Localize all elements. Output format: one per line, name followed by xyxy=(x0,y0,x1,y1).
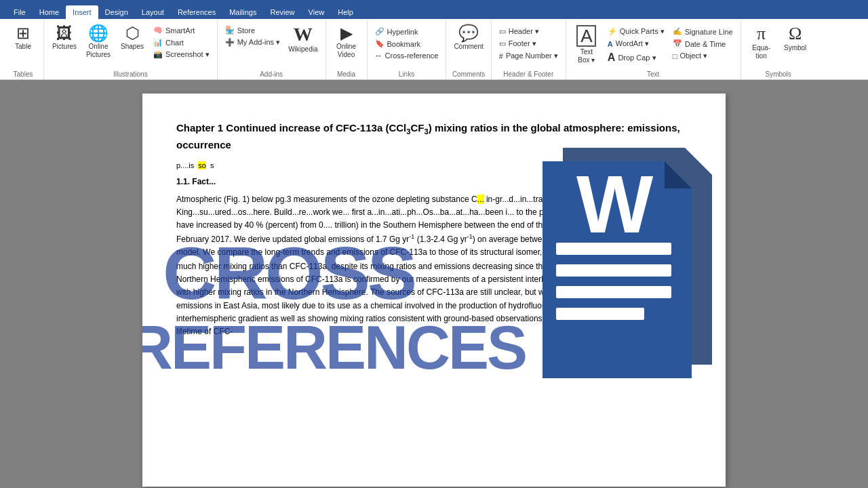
quick-parts-icon: ⚡ xyxy=(608,27,617,36)
chart-icon: 📊 xyxy=(153,38,163,47)
wikipedia-label: Wikipedia xyxy=(288,45,317,54)
chart-button[interactable]: 📊 Chart xyxy=(150,37,213,48)
addins-col: 🏪 Store ➕ My Add-ins ▾ xyxy=(222,23,283,48)
screenshot-icon: 📸 xyxy=(153,50,163,59)
date-time-icon: 📅 xyxy=(673,39,682,48)
quick-parts-label: Quick Parts ▾ xyxy=(620,27,665,36)
wikipedia-button[interactable]: W Wikipedia xyxy=(285,23,321,56)
online-pictures-label: OnlinePictures xyxy=(86,43,111,59)
group-header-footer: ▭ Header ▾ ▭ Footer ▾ # Page Number ▾ He… xyxy=(492,20,566,79)
textbox-icon: A xyxy=(576,25,596,47)
drop-cap-label: Drop Cap ▾ xyxy=(618,54,656,62)
group-media: ▶ OnlineVideo Media xyxy=(326,20,368,79)
store-label: Store xyxy=(237,26,255,35)
footer-button[interactable]: ▭ Footer ▾ xyxy=(496,38,561,49)
section-label: so xyxy=(198,160,206,172)
header-label: Header ▾ xyxy=(509,27,539,36)
my-addins-icon: ➕ xyxy=(225,38,235,47)
comment-label: Comment xyxy=(454,43,483,51)
hyperlink-label: Hyperlink xyxy=(387,28,418,36)
object-button[interactable]: □ Object ▾ xyxy=(669,50,736,62)
my-addins-label: My Add-ins ▾ xyxy=(237,38,280,47)
cross-reference-button[interactable]: ↔ Cross-reference xyxy=(372,50,442,61)
cross-reference-label: Cross-reference xyxy=(385,52,439,60)
smartart-button[interactable]: 🧠 SmartArt xyxy=(150,24,213,36)
tab-mailings[interactable]: Mailings xyxy=(222,5,263,19)
tables-items: ⊞ Table xyxy=(7,23,39,70)
tab-insert[interactable]: Insert xyxy=(66,5,98,19)
textbox-button[interactable]: A TextBox ▾ xyxy=(570,23,603,66)
tab-design[interactable]: Design xyxy=(98,5,135,19)
online-pictures-icon: 🌐 xyxy=(88,25,108,41)
my-addins-button[interactable]: ➕ My Add-ins ▾ xyxy=(222,37,283,48)
drop-cap-button[interactable]: A Drop Cap ▾ xyxy=(604,50,668,65)
bookmark-label: Bookmark xyxy=(387,40,421,48)
shapes-icon: ⬡ xyxy=(125,25,140,41)
section-suffix: s xyxy=(210,160,214,172)
illustrations-col: 🧠 SmartArt 📊 Chart 📸 Screenshot ▾ xyxy=(150,23,213,60)
links-group-label: Links xyxy=(399,70,414,79)
quick-parts-button[interactable]: ⚡ Quick Parts ▾ xyxy=(604,26,668,37)
screenshot-button[interactable]: 📸 Screenshot ▾ xyxy=(150,49,213,60)
online-video-icon: ▶ xyxy=(340,25,353,41)
comment-button[interactable]: 💬 Comment xyxy=(450,23,486,53)
ribbon-content: ⊞ Table Tables 🖼 Pictures 🌐 OnlinePictur… xyxy=(0,19,868,80)
footer-icon: ▭ xyxy=(499,39,506,48)
wordart-button[interactable]: A WordArt ▾ xyxy=(604,38,668,49)
header-icon: ▭ xyxy=(499,27,506,36)
online-video-button[interactable]: ▶ OnlineVideo xyxy=(330,23,363,61)
text-group-label: Text xyxy=(647,70,659,79)
page-number-button[interactable]: # Page Number ▾ xyxy=(496,50,561,62)
tab-home[interactable]: Home xyxy=(33,5,66,19)
wordart-icon: A xyxy=(608,40,613,48)
tab-help[interactable]: Help xyxy=(331,5,360,19)
hyperlink-button[interactable]: 🔗 Hyperlink xyxy=(372,26,442,37)
signature-line-label: Signature Line xyxy=(685,28,733,36)
object-icon: □ xyxy=(673,52,677,60)
group-addins: 🏪 Store ➕ My Add-ins ▾ W Wikipedia Add-i… xyxy=(218,20,326,79)
ribbon: File Home Insert Design Layout Reference… xyxy=(0,0,868,80)
online-video-label: OnlineVideo xyxy=(336,43,356,59)
tab-file[interactable]: File xyxy=(7,5,33,19)
group-illustrations: 🖼 Pictures 🌐 OnlinePictures ⬡ Shapes 🧠 S… xyxy=(44,20,218,79)
tab-view[interactable]: View xyxy=(302,5,332,19)
wikipedia-icon: W xyxy=(294,25,313,44)
store-button[interactable]: 🏪 Store xyxy=(222,24,283,36)
pictures-icon: 🖼 xyxy=(56,25,73,41)
group-links: 🔗 Hyperlink 🔖 Bookmark ↔ Cross-reference… xyxy=(368,20,447,79)
table-button[interactable]: ⊞ Table xyxy=(7,23,39,53)
wordart-label: WordArt ▾ xyxy=(616,39,649,48)
addins-items: 🏪 Store ➕ My Add-ins ▾ W Wikipedia xyxy=(222,23,321,70)
date-time-button[interactable]: 📅 Date & Time xyxy=(669,38,736,49)
shapes-button[interactable]: ⬡ Shapes xyxy=(116,23,149,53)
document-area: CROSS REFERENCES Chapter 1 Continued inc… xyxy=(0,80,868,488)
tab-review[interactable]: Review xyxy=(264,5,302,19)
header-button[interactable]: ▭ Header ▾ xyxy=(496,26,561,37)
symbol-label: Symbol xyxy=(784,44,806,52)
tab-references[interactable]: References xyxy=(171,5,222,19)
footer-label: Footer ▾ xyxy=(509,39,536,48)
bookmark-button[interactable]: 🔖 Bookmark xyxy=(372,38,442,49)
online-pictures-button[interactable]: 🌐 OnlinePictures xyxy=(82,23,115,61)
symbols-items: π Equa-tion Ω Symbol xyxy=(745,23,812,70)
ribbon-tabs: File Home Insert Design Layout Reference… xyxy=(0,0,868,19)
group-text: A TextBox ▾ ⚡ Quick Parts ▾ A WordArt ▾ … xyxy=(566,20,741,79)
symbol-button[interactable]: Ω Symbol xyxy=(779,23,812,54)
store-icon: 🏪 xyxy=(225,26,235,35)
equation-label: Equa-tion xyxy=(752,44,770,60)
drop-cap-icon: A xyxy=(608,52,616,64)
smartart-icon: 🧠 xyxy=(153,26,163,35)
word-logo-overlay: W xyxy=(522,134,726,381)
links-col: 🔗 Hyperlink 🔖 Bookmark ↔ Cross-reference xyxy=(372,23,442,61)
tab-layout[interactable]: Layout xyxy=(135,5,171,19)
shapes-label: Shapes xyxy=(121,43,144,51)
comments-group-label: Comments xyxy=(452,70,485,79)
signature-line-button[interactable]: ✍ Signature Line xyxy=(669,26,736,37)
symbol-icon: Ω xyxy=(789,25,802,43)
illustrations-items: 🖼 Pictures 🌐 OnlinePictures ⬡ Shapes 🧠 S… xyxy=(48,23,213,70)
equation-button[interactable]: π Equa-tion xyxy=(745,23,778,62)
text-col: ⚡ Quick Parts ▾ A WordArt ▾ A Drop Cap ▾ xyxy=(604,23,668,65)
date-time-label: Date & Time xyxy=(685,40,726,48)
pictures-button[interactable]: 🖼 Pictures xyxy=(48,23,81,53)
table-label: Table xyxy=(15,43,31,51)
